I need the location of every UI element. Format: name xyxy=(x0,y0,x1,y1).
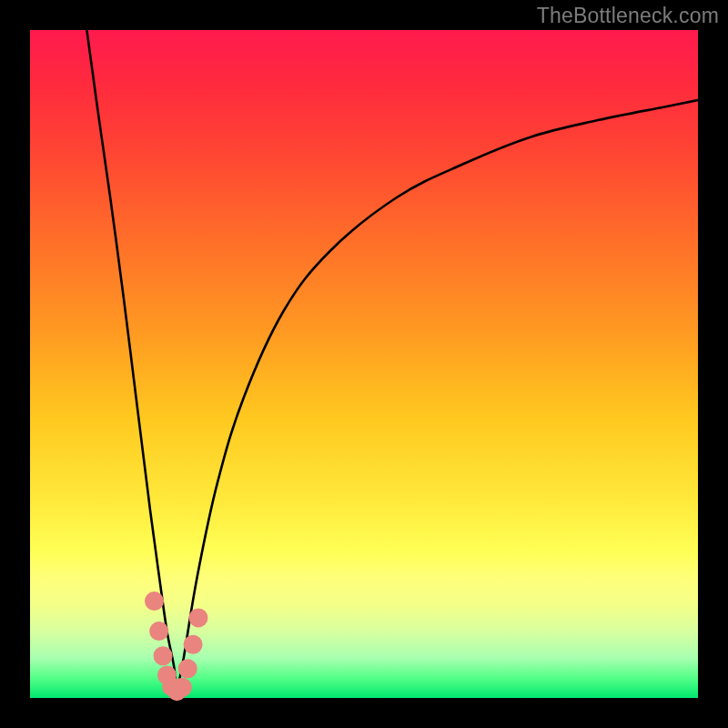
curve-right-branch xyxy=(177,100,698,692)
curve-left-branch xyxy=(86,30,177,692)
trough-marker xyxy=(173,678,192,697)
trough-marker xyxy=(154,646,173,665)
trough-marker xyxy=(145,592,164,611)
bottleneck-curve xyxy=(30,30,698,698)
trough-marker xyxy=(188,608,207,627)
chart-frame: TheBottleneck.com xyxy=(0,0,728,728)
trough-marker xyxy=(149,622,168,641)
trough-marker xyxy=(184,635,203,654)
attribution-text: TheBottleneck.com xyxy=(537,4,719,28)
trough-markers xyxy=(145,592,207,701)
gradient-plot-area xyxy=(30,30,698,698)
trough-marker xyxy=(178,659,197,678)
